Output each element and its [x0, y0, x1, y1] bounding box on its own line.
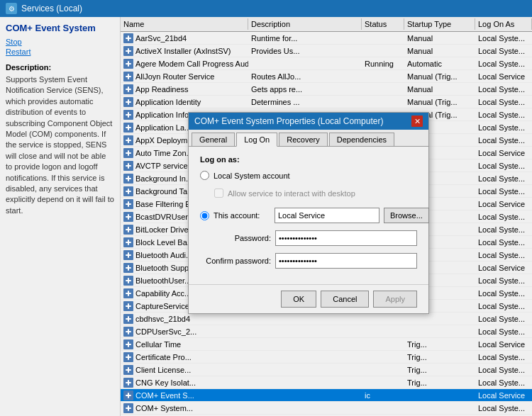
stop-link[interactable]: Stop: [6, 38, 114, 46]
svg-rect-29: [128, 214, 129, 220]
service-startup-cell: Trig...: [404, 364, 475, 376]
interact-checkbox[interactable]: [214, 189, 223, 198]
svg-rect-47: [128, 329, 129, 335]
table-row[interactable]: CDPUserSvc_2... Local Syste...: [121, 325, 532, 338]
service-status-cell: [362, 338, 404, 350]
table-row[interactable]: Application Identity Determines ... Manu…: [121, 96, 532, 108]
service-icon: [123, 59, 133, 69]
password-input[interactable]: [275, 230, 417, 246]
service-icon: [123, 123, 133, 133]
svg-rect-27: [128, 201, 129, 207]
table-row[interactable]: AarSvc_21bd4 Runtime for... Manual Local…: [121, 32, 532, 45]
table-row[interactable]: COM+ Event S... ic Local Service: [121, 389, 532, 402]
service-status-cell: [362, 83, 404, 95]
service-name-cell: CNG Key Isolat...: [121, 376, 248, 388]
service-icon: [123, 135, 133, 145]
svg-rect-57: [128, 393, 129, 398]
service-name-cell: App Readiness: [121, 83, 248, 95]
svg-rect-53: [128, 367, 129, 373]
service-logon-cell: Local Syste...: [475, 134, 532, 146]
modal-tab-general[interactable]: General: [192, 133, 235, 146]
modal-body: Log on as: Local System account Allow se…: [189, 147, 428, 284]
modal-close-button[interactable]: ✕: [411, 116, 423, 127]
service-desc-cell: Runtime for...: [248, 32, 362, 44]
svg-rect-9: [128, 86, 129, 92]
service-startup-cell: Manual (Trig...: [404, 70, 475, 82]
service-icon: [123, 365, 133, 375]
confirm-password-input[interactable]: [275, 253, 417, 269]
svg-rect-1: [128, 35, 129, 41]
svg-rect-55: [128, 380, 129, 386]
svg-rect-5: [128, 61, 129, 67]
service-icon: [123, 84, 133, 94]
table-row[interactable]: Agere Modem Call Progress Audio Running …: [121, 57, 532, 70]
svg-rect-17: [128, 137, 129, 143]
modal-tab-recovery[interactable]: Recovery: [279, 133, 327, 146]
service-desc-cell: Gets apps re...: [248, 83, 362, 95]
service-logon-cell: Local Syste...: [475, 287, 532, 299]
service-logon-cell: Local Syste...: [475, 210, 532, 223]
service-icon: [123, 390, 133, 400]
service-desc-cell: [248, 57, 362, 69]
table-row[interactable]: CNG Key Isolat... Trig... Local Syste...: [121, 376, 532, 389]
svg-rect-51: [128, 354, 129, 360]
service-startup-cell: Manual (Trig...: [404, 96, 475, 108]
service-desc-cell: [248, 325, 362, 337]
service-logon-cell: Local Syste...: [475, 57, 532, 69]
service-name-cell: ActiveX Installer (AxInstSV): [121, 45, 248, 57]
browse-button[interactable]: Browse...: [384, 208, 429, 223]
account-row: This account: Browse...: [200, 208, 417, 223]
service-name-cell: CDPUserSvc_2...: [121, 325, 248, 337]
table-row[interactable]: cbdhsvc_21bd4 Local Syste...: [121, 313, 532, 325]
table-row[interactable]: App Readiness Gets apps re... Manual Loc…: [121, 83, 532, 96]
this-account-radio[interactable]: [200, 211, 209, 220]
service-desc-cell: [248, 338, 362, 350]
col-name[interactable]: Name: [121, 18, 248, 30]
col-status[interactable]: Status: [362, 18, 404, 30]
svg-rect-15: [128, 125, 129, 130]
service-icon: [123, 174, 133, 184]
service-icon: [123, 212, 133, 222]
service-logon-cell: Local Syste...: [475, 351, 532, 363]
service-status-cell: Running: [362, 57, 404, 69]
col-logon[interactable]: Log On As: [475, 18, 532, 30]
modal-titlebar: COM+ Event System Properties (Local Comp…: [189, 113, 428, 130]
modal-footer: OK Cancel Apply: [189, 284, 428, 313]
service-desc-cell: Determines ...: [248, 96, 362, 108]
account-input[interactable]: [275, 208, 379, 223]
service-startup-cell: Trig...: [404, 351, 475, 363]
cancel-button[interactable]: Cancel: [321, 291, 369, 308]
service-desc-cell: [248, 313, 362, 325]
service-startup-cell: Trig...: [404, 338, 475, 350]
svg-rect-3: [128, 48, 129, 54]
ok-button[interactable]: OK: [281, 291, 316, 308]
apply-button[interactable]: Apply: [373, 291, 417, 308]
table-row[interactable]: Cellular Time Trig... Local Service: [121, 338, 532, 351]
service-status-cell: [362, 364, 404, 376]
col-description[interactable]: Description: [248, 18, 362, 30]
service-desc-cell: Routes AllJo...: [248, 70, 362, 82]
service-logon-cell: Local Syste...: [475, 402, 532, 414]
confirm-password-label: Confirm password:: [200, 257, 271, 265]
modal-tab-dependencies[interactable]: Dependencies: [329, 133, 394, 146]
service-desc-cell: [248, 402, 362, 414]
table-row[interactable]: Certificate Pro... Trig... Local Syste..…: [121, 351, 532, 364]
local-system-radio[interactable]: [200, 171, 209, 180]
service-status-cell: ic: [362, 389, 404, 401]
service-icon: [123, 327, 133, 337]
service-logon-cell: Local Syste...: [475, 313, 532, 325]
service-icon: [123, 186, 133, 196]
service-logon-cell: Local Syste...: [475, 32, 532, 44]
svg-rect-23: [128, 176, 129, 181]
col-startup[interactable]: Startup Type: [404, 18, 475, 30]
restart-link[interactable]: Restart: [6, 47, 114, 56]
modal-tab-log-on[interactable]: Log On: [236, 133, 277, 147]
table-row[interactable]: COM+ System... Local Syste...: [121, 402, 532, 415]
table-row[interactable]: AllJoyn Router Service Routes AllJo... M…: [121, 70, 532, 83]
table-row[interactable]: ActiveX Installer (AxInstSV) Provides Us…: [121, 45, 532, 57]
service-icon: [123, 33, 133, 43]
table-row[interactable]: Client License... Trig... Local Syste...: [121, 364, 532, 376]
service-startup-cell: [404, 402, 475, 414]
service-logon-cell: Local Syste...: [475, 159, 532, 172]
svg-rect-39: [128, 278, 129, 283]
